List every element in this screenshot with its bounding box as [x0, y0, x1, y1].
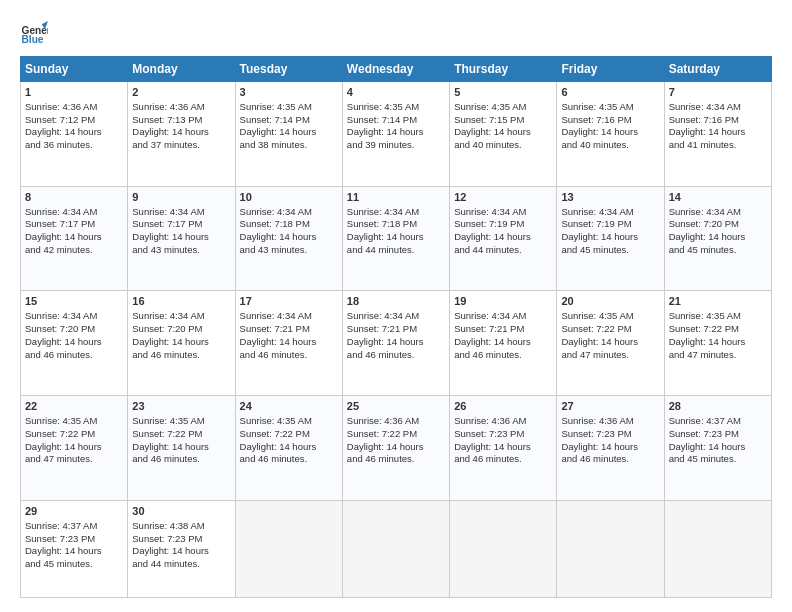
sunrise-text: Sunrise: 4:34 AM — [561, 206, 633, 217]
calendar-cell: 17 Sunrise: 4:34 AM Sunset: 7:21 PM Dayl… — [235, 291, 342, 396]
day-number: 8 — [25, 190, 123, 205]
weekday-header: Monday — [128, 57, 235, 82]
calendar-cell: 2 Sunrise: 4:36 AM Sunset: 7:13 PM Dayli… — [128, 82, 235, 187]
sunset-text: Sunset: 7:18 PM — [240, 218, 310, 229]
sunset-text: Sunset: 7:22 PM — [347, 428, 417, 439]
day-number: 10 — [240, 190, 338, 205]
calendar-cell: 7 Sunrise: 4:34 AM Sunset: 7:16 PM Dayli… — [664, 82, 771, 187]
weekday-header: Wednesday — [342, 57, 449, 82]
sunrise-text: Sunrise: 4:34 AM — [669, 206, 741, 217]
sunset-text: Sunset: 7:23 PM — [669, 428, 739, 439]
daylight-minutes: and 46 minutes. — [240, 349, 308, 360]
daylight-text: Daylight: 14 hours — [454, 126, 531, 137]
sunrise-text: Sunrise: 4:35 AM — [25, 415, 97, 426]
sunset-text: Sunset: 7:21 PM — [240, 323, 310, 334]
sunrise-text: Sunrise: 4:36 AM — [561, 415, 633, 426]
day-number: 20 — [561, 294, 659, 309]
calendar-cell: 20 Sunrise: 4:35 AM Sunset: 7:22 PM Dayl… — [557, 291, 664, 396]
calendar-cell: 24 Sunrise: 4:35 AM Sunset: 7:22 PM Dayl… — [235, 396, 342, 501]
sunrise-text: Sunrise: 4:35 AM — [347, 101, 419, 112]
daylight-minutes: and 39 minutes. — [347, 139, 415, 150]
calendar-cell: 16 Sunrise: 4:34 AM Sunset: 7:20 PM Dayl… — [128, 291, 235, 396]
logo: General Blue — [20, 18, 48, 46]
daylight-text: Daylight: 14 hours — [561, 126, 638, 137]
day-number: 29 — [25, 504, 123, 519]
daylight-text: Daylight: 14 hours — [347, 336, 424, 347]
daylight-minutes: and 46 minutes. — [347, 453, 415, 464]
day-number: 17 — [240, 294, 338, 309]
day-number: 30 — [132, 504, 230, 519]
daylight-minutes: and 37 minutes. — [132, 139, 200, 150]
calendar-cell — [557, 500, 664, 597]
sunset-text: Sunset: 7:20 PM — [669, 218, 739, 229]
day-number: 14 — [669, 190, 767, 205]
sunrise-text: Sunrise: 4:35 AM — [561, 101, 633, 112]
sunset-text: Sunset: 7:16 PM — [669, 114, 739, 125]
daylight-text: Daylight: 14 hours — [25, 545, 102, 556]
day-number: 5 — [454, 85, 552, 100]
daylight-text: Daylight: 14 hours — [454, 231, 531, 242]
sunrise-text: Sunrise: 4:34 AM — [132, 206, 204, 217]
daylight-text: Daylight: 14 hours — [240, 231, 317, 242]
calendar-week-row: 15 Sunrise: 4:34 AM Sunset: 7:20 PM Dayl… — [21, 291, 772, 396]
daylight-minutes: and 45 minutes. — [669, 453, 737, 464]
sunset-text: Sunset: 7:17 PM — [132, 218, 202, 229]
sunset-text: Sunset: 7:23 PM — [561, 428, 631, 439]
sunset-text: Sunset: 7:19 PM — [561, 218, 631, 229]
sunrise-text: Sunrise: 4:36 AM — [132, 101, 204, 112]
daylight-minutes: and 42 minutes. — [25, 244, 93, 255]
day-number: 19 — [454, 294, 552, 309]
calendar-cell: 8 Sunrise: 4:34 AM Sunset: 7:17 PM Dayli… — [21, 186, 128, 291]
weekday-header: Saturday — [664, 57, 771, 82]
daylight-text: Daylight: 14 hours — [669, 126, 746, 137]
calendar-week-row: 22 Sunrise: 4:35 AM Sunset: 7:22 PM Dayl… — [21, 396, 772, 501]
daylight-minutes: and 43 minutes. — [132, 244, 200, 255]
daylight-text: Daylight: 14 hours — [25, 441, 102, 452]
daylight-text: Daylight: 14 hours — [347, 231, 424, 242]
sunrise-text: Sunrise: 4:35 AM — [454, 101, 526, 112]
calendar-cell: 14 Sunrise: 4:34 AM Sunset: 7:20 PM Dayl… — [664, 186, 771, 291]
calendar-week-row: 1 Sunrise: 4:36 AM Sunset: 7:12 PM Dayli… — [21, 82, 772, 187]
header: General Blue — [20, 18, 772, 46]
daylight-minutes: and 46 minutes. — [132, 349, 200, 360]
daylight-minutes: and 44 minutes. — [454, 244, 522, 255]
sunrise-text: Sunrise: 4:36 AM — [454, 415, 526, 426]
weekday-header: Thursday — [450, 57, 557, 82]
daylight-text: Daylight: 14 hours — [132, 545, 209, 556]
sunset-text: Sunset: 7:23 PM — [132, 533, 202, 544]
sunset-text: Sunset: 7:20 PM — [132, 323, 202, 334]
calendar-cell: 28 Sunrise: 4:37 AM Sunset: 7:23 PM Dayl… — [664, 396, 771, 501]
calendar-cell: 22 Sunrise: 4:35 AM Sunset: 7:22 PM Dayl… — [21, 396, 128, 501]
daylight-text: Daylight: 14 hours — [669, 441, 746, 452]
sunset-text: Sunset: 7:14 PM — [240, 114, 310, 125]
daylight-text: Daylight: 14 hours — [561, 441, 638, 452]
calendar-cell: 3 Sunrise: 4:35 AM Sunset: 7:14 PM Dayli… — [235, 82, 342, 187]
logo-icon: General Blue — [20, 18, 48, 46]
sunrise-text: Sunrise: 4:34 AM — [347, 310, 419, 321]
calendar-week-row: 29 Sunrise: 4:37 AM Sunset: 7:23 PM Dayl… — [21, 500, 772, 597]
daylight-minutes: and 40 minutes. — [454, 139, 522, 150]
page: General Blue SundayMondayTuesdayWednesda… — [0, 0, 792, 612]
daylight-text: Daylight: 14 hours — [454, 336, 531, 347]
day-number: 18 — [347, 294, 445, 309]
daylight-text: Daylight: 14 hours — [669, 336, 746, 347]
sunset-text: Sunset: 7:19 PM — [454, 218, 524, 229]
daylight-minutes: and 44 minutes. — [347, 244, 415, 255]
daylight-minutes: and 45 minutes. — [669, 244, 737, 255]
sunrise-text: Sunrise: 4:38 AM — [132, 520, 204, 531]
calendar-cell: 13 Sunrise: 4:34 AM Sunset: 7:19 PM Dayl… — [557, 186, 664, 291]
sunrise-text: Sunrise: 4:34 AM — [454, 310, 526, 321]
weekday-header: Sunday — [21, 57, 128, 82]
sunrise-text: Sunrise: 4:35 AM — [132, 415, 204, 426]
sunset-text: Sunset: 7:16 PM — [561, 114, 631, 125]
day-number: 15 — [25, 294, 123, 309]
calendar-cell: 4 Sunrise: 4:35 AM Sunset: 7:14 PM Dayli… — [342, 82, 449, 187]
daylight-text: Daylight: 14 hours — [132, 336, 209, 347]
calendar: SundayMondayTuesdayWednesdayThursdayFrid… — [20, 56, 772, 598]
calendar-cell: 18 Sunrise: 4:34 AM Sunset: 7:21 PM Dayl… — [342, 291, 449, 396]
day-number: 13 — [561, 190, 659, 205]
day-number: 23 — [132, 399, 230, 414]
day-number: 3 — [240, 85, 338, 100]
day-number: 24 — [240, 399, 338, 414]
sunset-text: Sunset: 7:12 PM — [25, 114, 95, 125]
